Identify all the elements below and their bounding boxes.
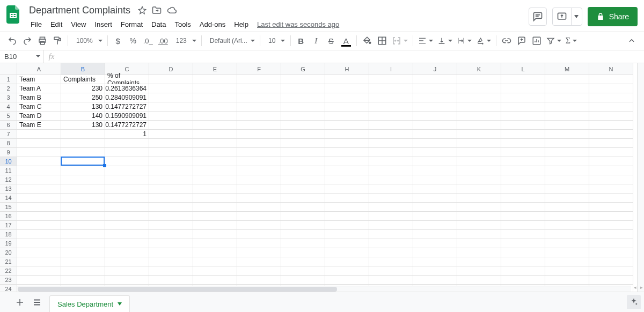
cell[interactable] xyxy=(545,276,589,285)
cell[interactable] xyxy=(149,75,193,84)
cell[interactable] xyxy=(589,194,633,203)
cell[interactable] xyxy=(237,148,281,157)
cell[interactable] xyxy=(413,221,457,230)
cell[interactable] xyxy=(149,239,193,248)
cell[interactable] xyxy=(281,221,325,230)
row-header[interactable]: 7 xyxy=(0,130,17,139)
cell[interactable] xyxy=(369,230,413,239)
cell[interactable] xyxy=(501,203,545,212)
merge-cells-button[interactable] xyxy=(390,34,409,48)
cell[interactable] xyxy=(501,75,545,84)
insert-link-button[interactable] xyxy=(500,34,514,48)
cell[interactable] xyxy=(17,194,61,203)
cell[interactable] xyxy=(325,266,369,276)
cell[interactable] xyxy=(501,276,545,285)
cell[interactable] xyxy=(369,157,413,166)
cell[interactable] xyxy=(413,148,457,157)
text-color-button[interactable]: A xyxy=(339,34,353,48)
cell[interactable] xyxy=(237,203,281,212)
cell[interactable] xyxy=(545,112,589,121)
share-button[interactable]: Share xyxy=(588,7,638,26)
cell[interactable] xyxy=(501,112,545,121)
last-edit-link[interactable]: Last edit was seconds ago xyxy=(253,19,343,29)
column-header[interactable]: L xyxy=(501,63,545,75)
cell[interactable] xyxy=(545,157,589,166)
cell[interactable] xyxy=(369,139,413,148)
cell[interactable] xyxy=(17,130,61,139)
cell[interactable] xyxy=(61,239,105,248)
cell[interactable] xyxy=(325,157,369,166)
cell[interactable] xyxy=(281,212,325,221)
cell[interactable] xyxy=(193,112,237,121)
row-header[interactable]: 14 xyxy=(0,194,17,203)
format-currency-button[interactable]: $ xyxy=(111,34,125,48)
cell[interactable] xyxy=(17,139,61,148)
cell[interactable] xyxy=(369,75,413,84)
cell[interactable] xyxy=(149,121,193,130)
cell[interactable] xyxy=(61,212,105,221)
select-all-corner[interactable] xyxy=(0,63,17,75)
cell[interactable] xyxy=(589,75,633,84)
cell[interactable] xyxy=(281,194,325,203)
cell[interactable] xyxy=(545,266,589,276)
cell[interactable]: Team xyxy=(17,75,61,84)
cell[interactable] xyxy=(545,239,589,248)
cell[interactable] xyxy=(61,175,105,184)
add-sheet-button[interactable] xyxy=(15,298,25,307)
cell[interactable] xyxy=(281,75,325,84)
cell[interactable] xyxy=(369,194,413,203)
cell[interactable] xyxy=(149,93,193,102)
menu-insert[interactable]: Insert xyxy=(91,19,116,29)
cell[interactable] xyxy=(281,239,325,248)
cell[interactable] xyxy=(281,203,325,212)
cell[interactable] xyxy=(281,157,325,166)
cell[interactable] xyxy=(325,93,369,102)
scroll-thumb[interactable] xyxy=(18,287,337,292)
cell[interactable]: 0.1477272727 xyxy=(105,121,149,130)
cell[interactable] xyxy=(237,93,281,102)
explore-button[interactable] xyxy=(627,295,641,309)
cell[interactable] xyxy=(193,257,237,266)
cell[interactable] xyxy=(325,121,369,130)
cell[interactable] xyxy=(149,102,193,112)
cell[interactable]: 130 xyxy=(61,102,105,112)
cell[interactable] xyxy=(501,212,545,221)
name-box[interactable]: B10 xyxy=(0,50,44,63)
cell[interactable] xyxy=(105,230,149,239)
cell[interactable] xyxy=(413,139,457,148)
cell[interactable] xyxy=(369,221,413,230)
cell[interactable] xyxy=(149,175,193,184)
cell[interactable] xyxy=(545,130,589,139)
cell[interactable] xyxy=(369,276,413,285)
cell[interactable] xyxy=(17,212,61,221)
cell[interactable]: 230 xyxy=(61,84,105,93)
cell[interactable] xyxy=(501,139,545,148)
cell[interactable] xyxy=(105,203,149,212)
cell[interactable] xyxy=(589,184,633,194)
cell[interactable] xyxy=(61,157,105,166)
cell[interactable] xyxy=(413,212,457,221)
present-dropdown-icon[interactable] xyxy=(571,8,582,25)
cell[interactable] xyxy=(105,148,149,157)
cell[interactable] xyxy=(17,239,61,248)
cell[interactable] xyxy=(105,248,149,257)
cell[interactable] xyxy=(149,148,193,157)
cell[interactable] xyxy=(193,212,237,221)
cell[interactable] xyxy=(501,175,545,184)
cell[interactable] xyxy=(545,194,589,203)
cell[interactable] xyxy=(105,266,149,276)
sheet-nav-arrows[interactable]: ◂▸ xyxy=(632,285,644,291)
cell[interactable] xyxy=(589,212,633,221)
cell[interactable] xyxy=(589,112,633,121)
cell[interactable] xyxy=(457,75,501,84)
cell[interactable] xyxy=(457,148,501,157)
cell[interactable] xyxy=(413,75,457,84)
cell[interactable] xyxy=(501,230,545,239)
menu-file[interactable]: File xyxy=(27,19,46,29)
cell[interactable] xyxy=(545,102,589,112)
cell[interactable] xyxy=(589,248,633,257)
cell[interactable] xyxy=(105,139,149,148)
cell[interactable] xyxy=(149,203,193,212)
cell[interactable] xyxy=(61,266,105,276)
present-button[interactable] xyxy=(552,8,582,26)
